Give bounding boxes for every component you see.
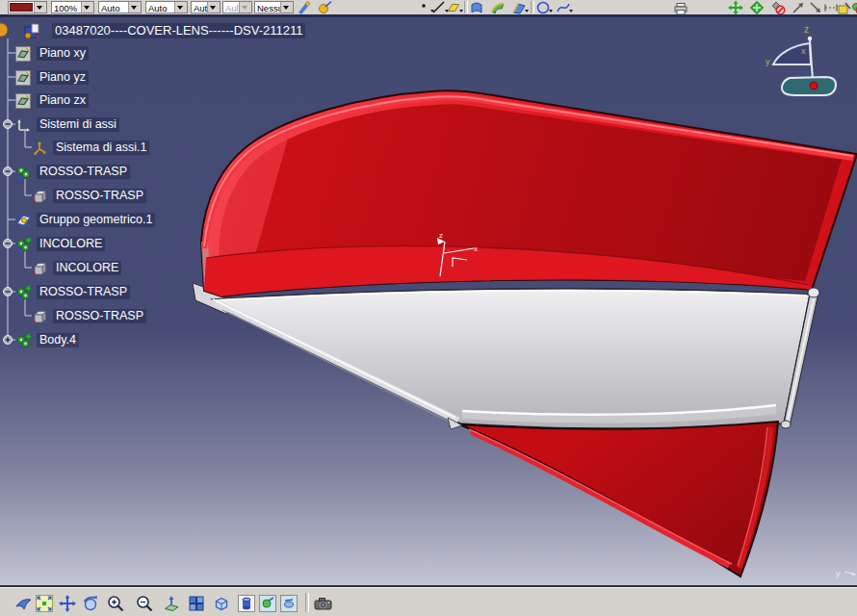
paintbrush-icon[interactable] (297, 0, 314, 15)
geometrical-set-icon (15, 213, 35, 228)
tree-expander[interactable] (4, 288, 13, 296)
tree-expander[interactable] (4, 120, 13, 129)
solid-cube-icon (32, 189, 51, 204)
pan-icon[interactable] (58, 594, 77, 613)
catia-window: { "top_toolbar": { "color_swatch": "#8b1… (0, 0, 857, 616)
corner-cap (808, 288, 819, 297)
chevron-down-icon (239, 2, 251, 13)
plane-tool-icon[interactable] (446, 0, 463, 15)
3d-viewport[interactable]: z x z x y y 03487020----COVER-LENS------… (0, 17, 857, 585)
zoom-out-icon[interactable] (135, 594, 154, 613)
render-style-icon[interactable] (258, 594, 277, 613)
chevron-down-icon[interactable] (128, 2, 141, 13)
fly-mode-icon[interactable] (14, 594, 34, 613)
tree-item-piano-yz[interactable]: Piano yz (15, 69, 89, 86)
tree-item-rosso-trasp-1[interactable]: ROSSO-TRASP (15, 164, 130, 180)
solid-cube-icon (32, 309, 51, 324)
zoom-in-icon[interactable] (106, 594, 125, 613)
tree-root-anchor-icon (0, 23, 8, 37)
body-gears-plus-icon (15, 237, 35, 252)
graphic-properties-toolbar: 100% Auto Auto Aut Aul Nessunc (0, 0, 857, 14)
chevron-down-icon[interactable] (81, 2, 93, 13)
tree-item-body-4[interactable]: Body.4 (15, 332, 79, 348)
corner-cap (781, 421, 791, 428)
tree-item-gruppo-geometrico-1[interactable]: Gruppo geometrico.1 (15, 212, 155, 228)
part-document-icon (23, 23, 44, 38)
extrude-surface-icon[interactable] (469, 0, 486, 15)
tree-expander[interactable] (4, 240, 13, 248)
point-symbol-combo[interactable]: Aut (191, 1, 221, 13)
body-gears-plus-icon (15, 333, 35, 348)
fit-all-icon[interactable] (35, 594, 54, 613)
painter-icon[interactable] (317, 0, 334, 15)
axis-x-label: x (474, 244, 478, 253)
tree-item-incolore-solid[interactable]: INCOLORE (32, 260, 121, 276)
chevron-down-icon[interactable] (207, 2, 220, 13)
transparency-combo[interactable]: 100% (51, 1, 94, 13)
body-gears-plus-icon (15, 285, 35, 300)
circle-icon[interactable] (535, 0, 553, 15)
chevron-down-icon[interactable] (174, 2, 187, 13)
tree-root[interactable]: 03487020----COVER-LENS------DSV-211211 (23, 22, 305, 38)
compass[interactable]: z x y (766, 24, 836, 95)
render-style-2-icon[interactable] (279, 594, 299, 613)
plane-icon (15, 70, 35, 86)
color-combo[interactable] (8, 1, 47, 13)
axis-system-icon (32, 141, 51, 156)
model-upper-red-panel[interactable] (193, 90, 857, 314)
chevron-down-icon[interactable] (34, 2, 46, 13)
multi-view-icon[interactable] (187, 594, 206, 613)
arrow-ne-icon[interactable] (791, 0, 808, 15)
tree-item-piano-xy[interactable]: Piano xy (15, 45, 89, 62)
sweep-surface-icon[interactable] (490, 0, 507, 15)
spline-icon[interactable] (556, 0, 573, 15)
color-swatch (10, 3, 33, 12)
toolbar-separator (531, 1, 534, 13)
snap-diamond-icon[interactable] (749, 0, 766, 15)
toolbar-separator (464, 1, 468, 13)
linetype-combo[interactable]: Auto (145, 1, 188, 13)
shaded-view-icon[interactable] (237, 594, 256, 613)
compass-y-label: y (766, 57, 770, 66)
model-white-band[interactable] (213, 288, 819, 428)
axis-z-label: z (439, 231, 443, 240)
view-toolbar (0, 585, 857, 616)
tree-expander[interactable] (4, 167, 13, 176)
camera-icon[interactable] (313, 594, 332, 613)
corner-axis-y-label: y (836, 569, 841, 578)
corner-axis: y (836, 569, 856, 578)
plane-icon (15, 46, 35, 62)
toolbar-separator (305, 593, 309, 612)
layer-combo[interactable]: Nessunc (254, 1, 294, 13)
tree-item-sistema-di-assi-1[interactable]: Sistema di assi.1 (32, 140, 149, 156)
normal-view-icon[interactable] (162, 594, 181, 613)
model-lower-red-triangle[interactable] (448, 418, 778, 577)
tree-item-rosso-trasp-2-solid[interactable]: ROSSO-TRASP (32, 308, 146, 324)
tree-item-sistemi-di-assi[interactable]: Sistemi di assi (15, 116, 119, 133)
pan-green-icon[interactable] (727, 0, 744, 15)
body-gears-icon (15, 165, 35, 180)
tree-expander[interactable] (4, 336, 13, 345)
tree-item-rosso-trasp-2[interactable]: ROSSO-TRASP (15, 284, 130, 300)
blend-surface-icon[interactable] (511, 0, 529, 15)
solid-cube-icon (32, 261, 51, 276)
compass-z-label: z (804, 24, 809, 35)
chevron-down-icon[interactable] (280, 2, 293, 13)
plane-icon (15, 93, 35, 109)
rotate-icon[interactable] (81, 594, 100, 613)
3d-scene[interactable]: z x z x y y (0, 17, 857, 585)
tree-item-piano-zx[interactable]: Piano zx (15, 92, 89, 109)
compass-origin-dot (810, 82, 818, 90)
compass-x-label: x (801, 46, 806, 56)
no-snap-icon[interactable] (770, 0, 788, 15)
axes-icon (15, 117, 35, 133)
tree-item-rosso-trasp-1-solid[interactable]: ROSSO-TRASP (32, 188, 146, 204)
printer-icon[interactable] (672, 0, 689, 15)
part-title: 03487020----COVER-LENS------DSV-211211 (52, 23, 305, 38)
measure-inertia-icon[interactable] (850, 0, 857, 15)
tree-item-incolore[interactable]: INCOLORE (15, 236, 105, 252)
iso-view-icon[interactable] (212, 594, 231, 613)
lineweight-combo[interactable]: Auto (98, 1, 142, 13)
render-style-combo: Aul (222, 1, 252, 13)
